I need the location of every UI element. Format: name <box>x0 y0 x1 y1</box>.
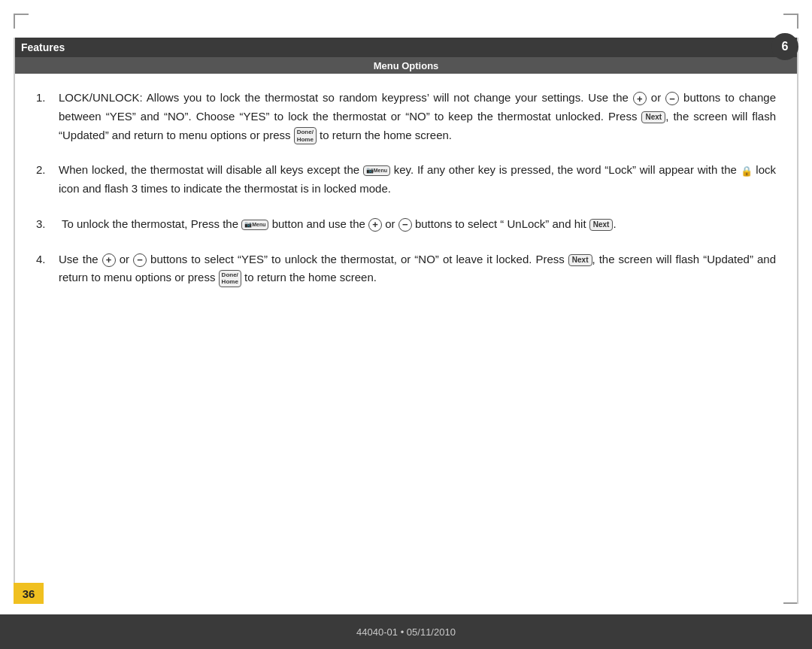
next-btn[interactable]: Next <box>641 111 665 123</box>
bottom-bar: 44040-01 • 05/11/2010 <box>0 614 812 649</box>
plus-btn[interactable]: + <box>633 92 647 105</box>
menu-btn[interactable]: 📷Menu <box>363 165 390 176</box>
plus-btn-2[interactable]: + <box>368 218 382 232</box>
footer-text: 44040-01 • 05/11/2010 <box>356 626 456 638</box>
header-bar: Features <box>14 38 798 57</box>
page-wrapper: Features 6 Menu Options 1. LOCK/UNLOCK: … <box>0 0 812 649</box>
list-text-2: When locked, the thermostat will disable… <box>59 161 776 199</box>
list-item: 3. To unlock the thermostat, Press the 📷… <box>36 215 776 234</box>
page-num-bottom: 36 <box>14 583 44 604</box>
sub-header: Menu Options <box>14 57 798 74</box>
minus-btn[interactable]: − <box>665 92 679 105</box>
minus-btn-2[interactable]: − <box>398 218 412 232</box>
corner-tl <box>14 14 29 29</box>
next-btn-3[interactable]: Next <box>568 254 592 266</box>
list-text-1: LOCK/UNLOCK: Allows you to lock the ther… <box>59 89 776 144</box>
content-area: 1. LOCK/UNLOCK: Allows you to lock the t… <box>14 74 798 604</box>
list-item: 2. When locked, the thermostat will disa… <box>36 161 776 199</box>
list-number-2: 2. <box>36 161 59 179</box>
list-item: 1. LOCK/UNLOCK: Allows you to lock the t… <box>36 89 776 144</box>
page-number: 6 <box>771 33 798 60</box>
corner-tr <box>783 14 798 29</box>
home-btn[interactable]: Done/Home <box>294 127 317 144</box>
list-text-3: To unlock the thermostat, Press the 📷Men… <box>59 215 776 234</box>
next-btn-2[interactable]: Next <box>589 219 614 231</box>
menu-btn-2[interactable]: 📷Menu <box>241 220 268 230</box>
home-btn-2[interactable]: Done/Home <box>219 270 241 287</box>
list-number-3: 3. <box>36 215 59 233</box>
lock-icon: 🔒 <box>741 163 753 179</box>
content-list: 1. LOCK/UNLOCK: Allows you to lock the t… <box>36 89 776 287</box>
plus-btn-3[interactable]: + <box>102 253 116 267</box>
list-text-4: Use the + or − buttons to select “YES” t… <box>59 250 776 288</box>
list-item: 4. Use the + or − buttons to select “YES… <box>36 250 776 288</box>
list-number-1: 1. <box>36 89 59 107</box>
header-title: Features <box>21 41 65 53</box>
list-number-4: 4. <box>36 250 59 268</box>
sub-header-title: Menu Options <box>374 60 439 71</box>
minus-btn-3[interactable]: − <box>133 253 147 267</box>
